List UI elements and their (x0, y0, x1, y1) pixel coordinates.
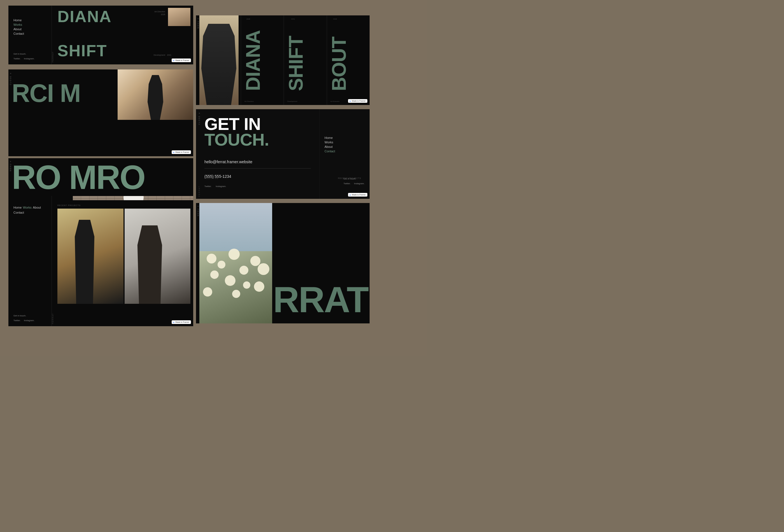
made-in-framer-badge-4[interactable]: Made in Framer (172, 320, 191, 324)
r1-col-bout: BOUT Art Direction (327, 16, 370, 105)
r1-col-shift: SHIFT Development (284, 16, 327, 105)
r1-columns: DIANA Art Direction SHIFT Development BO… (241, 16, 370, 105)
r2-nav-links: Home Works About Contact (325, 136, 365, 153)
screen-scroll-text: MENU ≡ RO MRO (8, 158, 193, 196)
nav-works[interactable]: Works (13, 23, 47, 26)
nav-home-3[interactable]: Home (13, 206, 22, 209)
r2-twitter[interactable]: Twitter. (343, 182, 351, 185)
fashion-figure (144, 75, 167, 120)
made-in-framer-r2[interactable]: Made in Framer (348, 193, 367, 197)
screen-rci: CLOSE ✕ RCI M Made in Framer (8, 69, 193, 156)
r2-instagram[interactable]: Instagram. (354, 182, 365, 185)
col-meta-2: Development (287, 101, 297, 102)
scroll-giant-text: RO MRO (12, 161, 145, 194)
recent-proj-label: RECENT PROJECTS (338, 177, 361, 179)
instagram-link[interactable]: Instagram. (24, 57, 34, 60)
nav-links: Home Works About Contact (13, 19, 47, 35)
r2-social-links: Twitter. Instagram. (204, 185, 226, 188)
hero-title-shift: SHIFT (57, 43, 107, 59)
r1-col-diana: DIANA Art Direction (241, 16, 284, 105)
flower-3 (228, 249, 240, 260)
nav-contact[interactable]: Contact (13, 32, 47, 35)
flower-4 (240, 266, 248, 275)
screen-contact: CLOSE ✕ GET IN TOUCH. hello@ferrat.frame… (196, 109, 370, 199)
projects-grid (57, 208, 190, 304)
get-in-touch-3: Get in touch. (13, 314, 47, 317)
made-in-framer-badge[interactable]: Made in Framer (172, 58, 191, 62)
flower-10 (203, 287, 212, 297)
meta-year-2: 2041 (167, 54, 171, 56)
r2-nav-home[interactable]: Home (325, 136, 365, 139)
project-1-figure (71, 220, 99, 304)
made-in-framer-badge-2[interactable]: Made in Framer (172, 150, 191, 154)
recent-projects-label: RECENT PROJECTS (57, 204, 190, 206)
nav-works-3[interactable]: Works (23, 206, 32, 209)
r3-text-area: RRAT FE (274, 203, 370, 324)
screen-columns: MENU ≡ 2028 2041 2028 DIANA Art Directio… (196, 16, 370, 105)
social-links-3: Twitter. Instagram. (13, 319, 47, 322)
col-meta-1: Art Direction (245, 101, 254, 102)
flower-clusters (199, 203, 272, 324)
contact-title: GET IN TOUCH. (204, 116, 269, 147)
screen-projects: Home Works About Contact Get in touch. T… (8, 200, 193, 326)
hero-thumbnail (168, 8, 190, 26)
nav-links-3: Home Works About Contact (13, 205, 47, 215)
ferrat-label-3: FERRAT (52, 313, 54, 324)
r3-giant-text: RRAT FE (274, 281, 370, 318)
meta-development: Development (154, 54, 165, 56)
contact-phone: (555) 555-1234 (204, 174, 311, 179)
twitter-link[interactable]: Twitter. (13, 57, 21, 60)
flower-8 (243, 281, 250, 289)
r1-photo (199, 16, 239, 105)
rci-title: RCI M (12, 81, 80, 106)
fashion-thumbnail (118, 69, 193, 120)
project-2[interactable] (124, 208, 191, 304)
flower-5 (250, 256, 260, 266)
nav-about[interactable]: About (13, 27, 47, 31)
flower-2 (218, 261, 225, 269)
project-1[interactable] (57, 208, 123, 304)
col-title-shift: SHIFT (287, 36, 305, 91)
sidebar-footer-3: Get in touch. Twitter. Instagram. (13, 314, 47, 322)
nav-home[interactable]: Home (13, 19, 47, 22)
screen-flowers: MENU ≡ RRAT FE (196, 203, 370, 324)
sidebar: Home Works About Contact Get in touch. T… (8, 6, 52, 64)
contact-info: hello@ferrat.framer.website (555) 555-12… (204, 160, 311, 179)
get-in-touch-label: Get in touch. (13, 53, 47, 55)
meta-art-direction: Art Direction (154, 11, 165, 12)
project-2-figure (134, 225, 165, 304)
contact-title-line2: TOUCH. (204, 132, 269, 147)
flower-12 (254, 281, 264, 292)
close-x[interactable]: CLOSE ✕ (198, 111, 200, 125)
nav-about-3[interactable]: About (33, 206, 41, 209)
col-meta-3: Art Direction (330, 101, 340, 102)
social-links: Twitter. Instagram. (13, 57, 47, 60)
flower-6 (210, 271, 219, 279)
screen-hero: Home Works About Contact Get in touch. T… (8, 6, 193, 64)
r2-social-instagram[interactable]: Instagram. (216, 185, 226, 188)
r2-ferrat: FERRAT (198, 186, 200, 197)
follow-label: FOLLOW US (204, 177, 218, 179)
twitter-3[interactable]: Twitter. (13, 319, 21, 322)
sidebar-footer: Get in touch. Twitter. Instagram. (13, 53, 47, 60)
projects-area: RECENT PROJECTS (55, 200, 193, 326)
contact-email: hello@ferrat.framer.website (204, 160, 311, 169)
flowers-bg (199, 203, 272, 324)
r2-nav: Home Works About Contact Get in touch. T… (319, 109, 370, 199)
made-in-framer-r1[interactable]: Made in Framer (348, 99, 367, 103)
flower-11 (232, 290, 240, 298)
sidebar-3: Home Works About Contact Get in touch. T… (8, 200, 52, 326)
fashion-bg (118, 69, 193, 120)
hero-title-diana: DIANA (57, 8, 112, 25)
hero-main: DIANA Art Direction 2026 SHIFT Developme… (52, 6, 193, 64)
col-title-bout: BOUT (330, 37, 348, 91)
flower-1 (207, 254, 217, 263)
r2-social-twitter[interactable]: Twitter. (204, 185, 212, 188)
r2-nav-works[interactable]: Works (325, 141, 365, 144)
r3-photo (199, 203, 272, 324)
r2-nav-contact[interactable]: Contact (325, 149, 365, 153)
instagram-3[interactable]: Instagram. (24, 319, 34, 322)
r2-nav-footer: Get in touch. Twitter. Instagram. (343, 175, 365, 185)
nav-contact-3[interactable]: Contact (13, 211, 24, 214)
r2-nav-about[interactable]: About (325, 145, 365, 148)
